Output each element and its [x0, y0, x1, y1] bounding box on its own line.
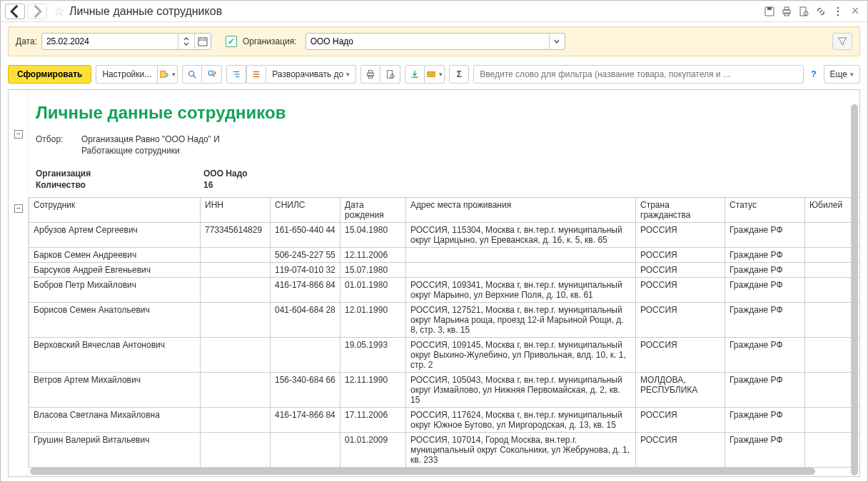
close-button[interactable]: × — [847, 4, 863, 19]
settings-button[interactable]: Настройки... — [96, 65, 158, 84]
link-icon[interactable] — [813, 4, 829, 19]
cell-inn — [201, 263, 271, 278]
cell-address — [406, 263, 636, 278]
table-row[interactable]: Борисов Семен Анатольевич041-604-684 281… — [29, 303, 860, 338]
cell-status: Граждане РФ — [725, 248, 805, 263]
cell-citizenship: РОССИЯ — [636, 433, 725, 468]
col-dob: Дата рождения — [340, 198, 406, 223]
help-button[interactable]: ? — [808, 69, 819, 79]
org-input[interactable] — [306, 36, 549, 46]
table-header-row: Сотрудник ИНН СНИЛС Дата рождения Адрес … — [29, 198, 860, 223]
cell-citizenship: РОССИЯ — [636, 278, 725, 303]
cell-address: РОССИЯ, 115304, Москва г, вн.тер.г. муни… — [406, 223, 636, 248]
cell-address — [406, 248, 636, 263]
print-button[interactable] — [360, 65, 380, 84]
cell-status: Граждане РФ — [725, 278, 805, 303]
search-filter-input[interactable] — [473, 65, 804, 84]
expand-to-button[interactable]: Разворачивать до▾ — [266, 65, 356, 84]
summary-block: Организация ООО Надо Количество 16 — [36, 169, 859, 190]
table-row[interactable]: Бобров Петр Михайлович416-174-866 8401.0… — [29, 278, 860, 303]
table-row[interactable]: Арбузов Артем Сергеевич773345614829161-6… — [29, 223, 860, 248]
cell-inn — [201, 408, 271, 433]
email-button[interactable]: ▾ — [425, 65, 445, 84]
svg-point-9 — [837, 14, 839, 16]
col-snils: СНИЛС — [271, 198, 340, 223]
col-address: Адрес места проживания — [406, 198, 636, 223]
table-row[interactable]: Власова Светлана Михайловна416-174-866 8… — [29, 408, 860, 433]
cell-dob: 15.07.1980 — [340, 263, 406, 278]
svg-rect-1 — [767, 7, 772, 10]
cell-dob: 01.01.1980 — [340, 278, 406, 303]
cell-address: РОССИЯ, 109341, Москва г, вн.тер.г. муни… — [406, 278, 636, 303]
collapse-toggle-2[interactable]: − — [14, 204, 23, 213]
date-input[interactable] — [42, 36, 178, 46]
cell-snils: 161-650-440 44 — [271, 223, 340, 248]
cell-snils: 041-604-684 28 — [271, 303, 340, 338]
report-table: Сотрудник ИНН СНИЛС Дата рождения Адрес … — [29, 197, 859, 468]
find-next-button[interactable] — [202, 65, 222, 84]
window-title: Личные данные сотрудников — [69, 5, 222, 18]
sum-button[interactable]: Σ — [449, 65, 469, 84]
cell-snils — [271, 338, 340, 373]
cell-inn — [201, 248, 271, 263]
cell-citizenship: РОССИЯ — [636, 248, 725, 263]
col-status: Статус — [725, 198, 805, 223]
nav-forward-button[interactable] — [27, 4, 47, 19]
selection-label: Отбор: — [36, 134, 81, 144]
org-dropdown-button[interactable] — [549, 34, 565, 49]
cell-snils: 416-174-866 84 — [271, 408, 340, 433]
date-label: Дата: — [16, 36, 37, 46]
favorite-star-icon[interactable]: ☆ — [54, 4, 65, 19]
table-row[interactable]: Барсуков Андрей Евгеньевич119-074-010 32… — [29, 263, 860, 278]
cell-status: Граждане РФ — [725, 263, 805, 278]
col-citizenship: Страна гражданства — [636, 198, 725, 223]
summary-org-label: Организация — [36, 169, 203, 179]
find-button[interactable] — [182, 65, 202, 84]
expand-levels-button[interactable] — [226, 65, 246, 84]
cell-employee: Ветров Артем Михайлович — [29, 373, 201, 408]
save-file-button[interactable] — [405, 65, 425, 84]
table-row[interactable]: Барков Семен Андреевич506-245-227 5512.1… — [29, 248, 860, 263]
org-checkbox[interactable]: ✓ — [226, 36, 237, 47]
table-row[interactable]: Грушин Валерий Витальевич01.01.2009РОССИ… — [29, 433, 860, 468]
settings-variants-button[interactable]: ▾ — [158, 65, 178, 84]
more-button[interactable]: Еще▾ — [824, 65, 860, 84]
selection-block: Отбор: Организация Равно "ООО Надо" И Ра… — [36, 134, 859, 156]
cell-employee: Барсуков Андрей Евгеньевич — [29, 263, 201, 278]
report-scroll[interactable]: Личные данные сотрудников Отбор: Организ… — [29, 90, 859, 476]
selection-line-2: Работающие сотрудники — [81, 146, 180, 156]
cell-citizenship: РОССИЯ — [636, 338, 725, 373]
cell-dob: 15.04.1980 — [340, 223, 406, 248]
horizontal-scrollbar[interactable] — [30, 468, 848, 475]
summary-org-value: ООО Надо — [203, 169, 248, 179]
cell-citizenship: РОССИЯ — [636, 408, 725, 433]
save-icon[interactable] — [762, 4, 777, 19]
cell-employee: Верховский Вячеслав Антонович — [29, 338, 201, 373]
clear-filter-button[interactable] — [832, 33, 852, 50]
cell-status: Граждане РФ — [725, 433, 805, 468]
cell-inn — [201, 303, 271, 338]
preview-icon[interactable] — [796, 4, 812, 19]
svg-point-15 — [189, 71, 194, 76]
table-row[interactable]: Ветров Артем Михайлович156-340-684 6612.… — [29, 373, 860, 408]
print-icon[interactable] — [779, 4, 794, 19]
cell-employee: Власова Светлана Михайловна — [29, 408, 201, 433]
svg-rect-14 — [161, 71, 166, 78]
print-preview-button[interactable] — [380, 65, 400, 84]
cell-inn — [201, 338, 271, 373]
summary-count-value: 16 — [203, 180, 213, 190]
generate-button[interactable]: Сформировать — [8, 65, 91, 84]
summary-count-label: Количество — [36, 180, 203, 190]
cell-inn — [201, 433, 271, 468]
nav-back-button[interactable] — [5, 4, 25, 19]
kebab-menu-icon[interactable] — [830, 4, 846, 19]
cell-address: РОССИЯ, 107014, Город Москва, вн.тер.г. … — [406, 433, 636, 468]
cell-snils: 156-340-684 66 — [271, 373, 340, 408]
date-spinner-button[interactable] — [178, 34, 194, 49]
date-calendar-button[interactable] — [195, 34, 211, 49]
collapse-toggle-1[interactable]: − — [14, 130, 23, 139]
collapse-levels-button[interactable] — [246, 65, 266, 84]
table-row[interactable]: Верховский Вячеслав Антонович19.05.1993Р… — [29, 338, 860, 373]
cell-status: Граждане РФ — [725, 303, 805, 338]
vertical-scrollbar[interactable] — [851, 104, 858, 477]
